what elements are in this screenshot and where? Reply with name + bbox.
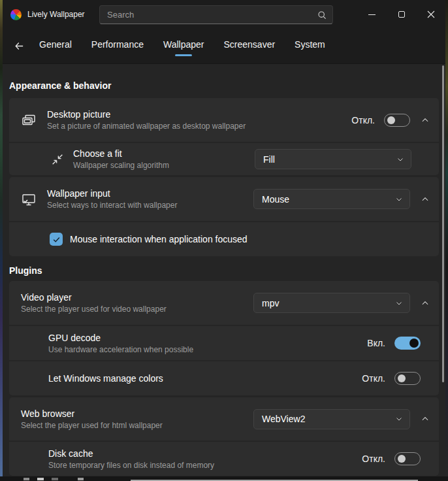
dropdown-value: WebView2 (262, 414, 395, 424)
dropdown-value: Fill (263, 154, 396, 165)
chevron-up-icon[interactable] (419, 297, 431, 309)
minimize-button[interactable] (357, 0, 387, 29)
minimize-icon (368, 14, 376, 15)
toggle-state-label: Откл. (362, 454, 385, 464)
checkmark-icon (52, 235, 61, 244)
taskbar-sliver (0, 476, 448, 481)
setting-title: Wallpaper input (47, 188, 177, 199)
back-arrow-icon (14, 41, 25, 52)
mouse-interaction-checkbox[interactable] (50, 233, 63, 246)
setting-row-windows-colors[interactable]: Let Windows manage colors Откл. (9, 361, 439, 395)
window-controls (357, 0, 445, 29)
taskbar-chip (24, 478, 29, 480)
toggle-knob (398, 374, 406, 382)
active-tab-underline (175, 54, 192, 56)
nav-tabs: General Performance Wallpaper Screensave… (39, 34, 345, 59)
disk-cache-toggle[interactable] (394, 452, 421, 465)
fit-icon (50, 152, 65, 167)
app-logo-icon (10, 9, 22, 20)
windows-colors-toggle[interactable] (394, 372, 421, 385)
toggle-knob (398, 455, 406, 463)
desktop-edge-right (445, 0, 448, 481)
setting-subtitle: Use hardware acceleration when possible (48, 345, 193, 355)
setting-row-gpu-decode[interactable]: GPU decode Use hardware acceleration whe… (9, 326, 439, 360)
chevron-down-icon (395, 195, 403, 203)
group-web-browser: Web browser Select the player used for h… (9, 397, 439, 476)
tab-general[interactable]: General (39, 34, 72, 59)
video-player-dropdown[interactable]: mpv (253, 293, 410, 313)
scrollbar[interactable] (442, 65, 444, 382)
lively-wallpaper-window: Lively Wallpaper General Performance Wal… (3, 0, 445, 476)
app-title: Lively Wallpaper (27, 10, 85, 19)
setting-title: Desktop picture (47, 108, 246, 120)
toggle-knob (387, 116, 395, 124)
setting-title: Web browser (21, 408, 163, 420)
dropdown-value: mpv (262, 298, 395, 308)
tab-system[interactable]: System (295, 34, 325, 59)
setting-subtitle: Set a picture of animated wallpaper as d… (47, 122, 246, 131)
setting-subtitle: Store temporary files on disk instead of… (48, 461, 214, 471)
group-desktop-picture: Desktop picture Set a picture of animate… (9, 98, 439, 175)
toggle-state-label: Откл. (362, 373, 385, 384)
chevron-down-icon (395, 415, 403, 423)
setting-row-disk-cache[interactable]: Disk cache Store temporary files on disk… (9, 442, 439, 476)
close-icon (427, 10, 435, 18)
taskbar-chip (78, 478, 84, 480)
tab-wallpaper[interactable]: Wallpaper (163, 34, 204, 59)
group-wallpaper-input: Wallpaper input Select ways to interact … (9, 177, 439, 256)
tab-performance[interactable]: Performance (91, 34, 144, 59)
titlebar: Lively Wallpaper (3, 0, 445, 29)
setting-row-wallpaper-input[interactable]: Wallpaper input Select ways to interact … (9, 177, 439, 221)
setting-subtitle: Select the player used for video wallpap… (21, 305, 167, 314)
toggle-state-label: Вкл. (367, 338, 385, 348)
nav-bar: General Performance Wallpaper Screensave… (3, 29, 445, 63)
taskbar-chip (52, 478, 58, 480)
taskbar-chip (37, 478, 44, 480)
setting-title: Video player (21, 291, 167, 303)
setting-subtitle: Select ways to interact with wallpaper (47, 201, 177, 210)
setting-row-mouse-interaction[interactable]: Mouse interaction when application focus… (9, 222, 439, 256)
chevron-up-icon[interactable] (419, 413, 431, 425)
search-box[interactable] (99, 5, 333, 24)
toggle-state-label: Откл. (351, 115, 375, 125)
chevron-up-icon[interactable] (419, 114, 431, 126)
back-button[interactable] (9, 37, 29, 56)
setting-title: Disk cache (48, 448, 214, 459)
settings-content: Appearance & behavior Desktop picture Se… (3, 63, 445, 476)
group-video-player: Video player Select the player used for … (9, 281, 439, 395)
setting-title: Choose a fit (73, 148, 169, 159)
web-browser-dropdown[interactable]: WebView2 (253, 409, 410, 429)
close-button[interactable] (416, 0, 445, 29)
setting-title: GPU decode (48, 332, 193, 344)
checkbox-label: Mouse interaction when application focus… (70, 234, 248, 244)
desktop-picture-icon (21, 112, 37, 128)
search-input[interactable] (107, 10, 317, 20)
setting-subtitle: Wallpaper scaling algorithm (73, 161, 169, 171)
setting-row-video-player[interactable]: Video player Select the player used for … (9, 281, 439, 325)
maximize-icon (398, 11, 405, 18)
setting-row-web-browser[interactable]: Web browser Select the player used for h… (9, 397, 439, 440)
gpu-decode-toggle[interactable] (394, 337, 421, 350)
section-title-appearance: Appearance & behavior (9, 80, 439, 91)
chevron-up-icon[interactable] (419, 193, 431, 205)
section-title-plugins: Plugins (9, 265, 439, 276)
chevron-down-icon (395, 299, 403, 307)
maximize-button[interactable] (387, 0, 416, 29)
search-icon (317, 10, 327, 20)
wallpaper-input-dropdown[interactable]: Mouse (253, 189, 410, 209)
monitor-check-icon (21, 191, 37, 207)
fit-dropdown[interactable]: Fill (255, 149, 411, 169)
chevron-down-icon (396, 156, 404, 163)
desktop-picture-toggle[interactable] (384, 114, 410, 127)
setting-title: Let Windows manage colors (48, 373, 163, 384)
setting-row-choose-a-fit[interactable]: Choose a fit Wallpaper scaling algorithm… (9, 143, 439, 175)
dropdown-value: Mouse (262, 194, 395, 205)
toggle-knob (409, 339, 419, 348)
tab-screensaver[interactable]: Screensaver (223, 34, 275, 59)
setting-subtitle: Select the player used for html wallpape… (21, 421, 163, 431)
setting-row-desktop-picture[interactable]: Desktop picture Set a picture of animate… (9, 98, 439, 142)
